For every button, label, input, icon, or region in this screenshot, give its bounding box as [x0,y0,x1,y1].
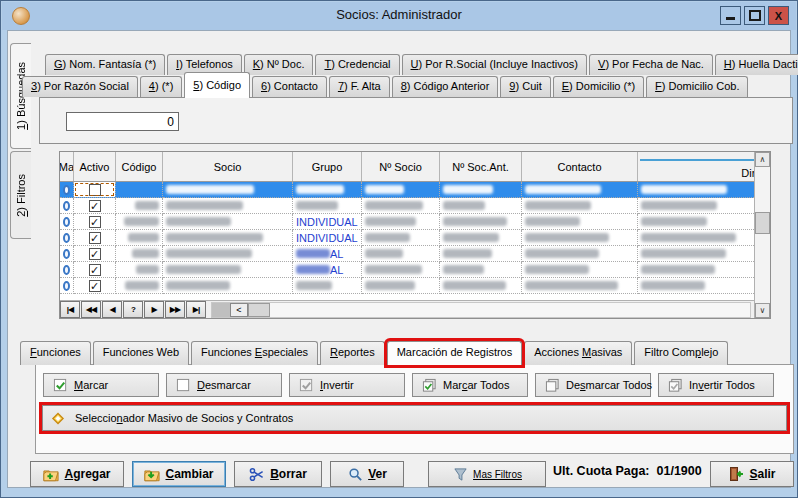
bottom-tab-acciones-masivas[interactable]: Acciones Masivas [524,341,632,365]
table-row[interactable]: AL [60,262,770,278]
desmarcar-todos-button[interactable]: Desmarcar Todos [535,373,651,397]
search-tab-r1-2[interactable]: K) Nº Doc. [244,54,314,75]
grid-column-header-activo[interactable]: Activo [74,152,116,181]
activo-checkbox[interactable] [89,200,101,212]
search-tab-r2-3[interactable]: 6) Contacto [252,76,327,97]
sidebar-tab-filtros[interactable]: 2) Filtros [10,151,31,239]
funnel-icon [452,466,468,482]
scroll-left-button[interactable]: < [230,303,248,317]
scroll-up-button[interactable]: ∧ [755,152,770,167]
row-selector-icon[interactable] [63,185,70,195]
button-label: Desmarcar [197,379,251,391]
bottom-tab-reportes[interactable]: Reportes [320,341,385,365]
search-tab-r1-6[interactable]: H) Huella Dactilar [715,54,798,75]
nav-search-button[interactable]: ? [123,301,143,318]
search-tab-r1-5[interactable]: V) Por Fecha de Nac. [589,54,713,75]
table-row[interactable] [60,198,770,214]
redacted-text [296,201,338,210]
grid-column-header-socio[interactable]: Socio [163,152,293,181]
search-tab-r1-0[interactable]: G) Nom. Fantasía (*) [45,54,165,75]
ver-button[interactable]: Ver [330,461,404,487]
grid-horizontal-scrollbar[interactable]: < [211,302,751,318]
nav-fast-prev-button[interactable]: ◀◀ [81,301,101,318]
bottom-tab-funciones-especiales[interactable]: Funciones Especiales [191,341,318,365]
row-selector-icon[interactable] [63,201,70,211]
search-tab-r1-3[interactable]: T) Credencial [315,54,399,75]
grid-column-header-n-socio[interactable]: Nº Socio [362,152,440,181]
grid-column-header-ma[interactable]: Ma [60,152,74,181]
nav-prev-button[interactable]: ◀ [102,301,122,318]
grid-column-header-n-soc-ant-[interactable]: Nº Soc.Ant. [440,152,522,181]
table-row[interactable]: AL [60,246,770,262]
seleccionador-masivo-button[interactable]: Seleccionador Masivo de Socios y Contrat… [42,405,787,431]
nav-fast-next-button[interactable]: ▶▶ [165,301,185,318]
search-tab-r2-8[interactable]: F) Domicilio Cob. [646,76,748,97]
members-grid[interactable]: MaActivoCódigoSocioGrupoNº SocioNº Soc.A… [59,151,771,319]
tab-label: F) Domicilio Cob. [655,80,739,92]
code-search-input[interactable] [66,112,179,131]
row-selector-icon[interactable] [63,281,70,291]
table-row[interactable]: INDIVIDUAL [60,214,770,230]
redacted-text [124,217,159,226]
search-tab-r2-2[interactable]: 5) Código [184,72,250,98]
bottom-tab-funciones-web[interactable]: Funciones Web [93,341,189,365]
activo-checkbox[interactable] [89,216,101,228]
search-tab-r2-7[interactable]: E) Domicilio (*) [553,76,644,97]
activo-checkbox[interactable] [89,248,101,260]
row-selector-icon[interactable] [63,249,70,259]
activo-checkbox[interactable] [89,184,101,196]
search-tab-r2-1[interactable]: 4) (*) [140,76,182,97]
search-tab-r2-6[interactable]: 9) Cuit [500,76,550,97]
desmarcar-button[interactable]: Desmarcar [166,373,282,397]
bottom-tab-filtro-complejo[interactable]: Filtro Complejo [634,341,728,365]
grid-vertical-scrollbar[interactable]: ∧ ∨ [754,152,770,318]
grid-column-header-grupo[interactable]: Grupo [293,152,362,181]
cambiar-button[interactable]: Cambiar [132,461,226,487]
marcar-button[interactable]: Marcar [43,373,159,397]
grid-cell [116,278,163,294]
nav-first-button[interactable]: |◀ [60,301,80,318]
button-label: Agregar [64,467,110,481]
close-button[interactable]: X [768,6,789,25]
activo-checkbox[interactable] [89,280,101,292]
agregar-button[interactable]: Agregar [30,461,124,487]
invertir-button[interactable]: Invertir [289,373,405,397]
row-selector-icon[interactable] [63,217,70,227]
row-selector-icon[interactable] [63,233,70,243]
borrar-button[interactable]: Borrar [234,461,322,487]
grid-column-header-c-digo[interactable]: Código [116,152,163,181]
bottom-tab-funciones[interactable]: Funciones [20,341,91,365]
invertir-todos-button[interactable]: Invertir Todos [658,373,774,397]
maximize-button[interactable] [744,6,765,25]
grid-column-header-contacto[interactable]: Contacto [522,152,638,181]
title-bar[interactable]: Socios: Administrador X [2,2,796,30]
mas-filtros-button[interactable]: Mas Filtros [428,461,546,487]
pages-icon [544,377,560,393]
grid-cell [293,198,362,214]
activo-checkbox[interactable] [89,264,101,276]
grid-cell [74,278,116,294]
horizontal-scroll-thumb[interactable] [248,303,270,317]
search-tab-r2-4[interactable]: 7) F. Alta [329,76,390,97]
minimize-button[interactable] [720,6,741,25]
grid-column-label: Código [122,161,157,173]
activo-checkbox[interactable] [89,232,101,244]
nav-last-button[interactable]: ▶| [186,301,206,318]
table-row[interactable]: INDIVIDUAL [60,230,770,246]
vertical-scroll-thumb[interactable] [755,212,770,234]
search-tab-r2-0[interactable]: 3) Por Razón Social [22,76,138,97]
marcar-todos-button[interactable]: Marcar Todos [412,373,528,397]
scroll-down-button[interactable]: ∨ [755,303,770,318]
table-row[interactable] [60,182,770,198]
nav-next-button[interactable]: ▶ [144,301,164,318]
grid-cell [522,198,638,214]
bottom-tab-marcaci-n-de-registros[interactable]: Marcación de Registros [387,341,523,365]
salir-button[interactable]: Salir [710,461,794,487]
grid-column-header-direc[interactable]: Direc [638,152,770,181]
row-selector-icon[interactable] [63,265,70,275]
button-label: Marcar Todos [443,379,509,391]
table-row[interactable] [60,278,770,294]
scissors-icon [249,466,265,482]
search-tab-r1-4[interactable]: U) Por R.Social (Incluye Inactivos) [402,54,588,75]
search-tab-r2-5[interactable]: 8) Código Anterior [392,76,499,97]
